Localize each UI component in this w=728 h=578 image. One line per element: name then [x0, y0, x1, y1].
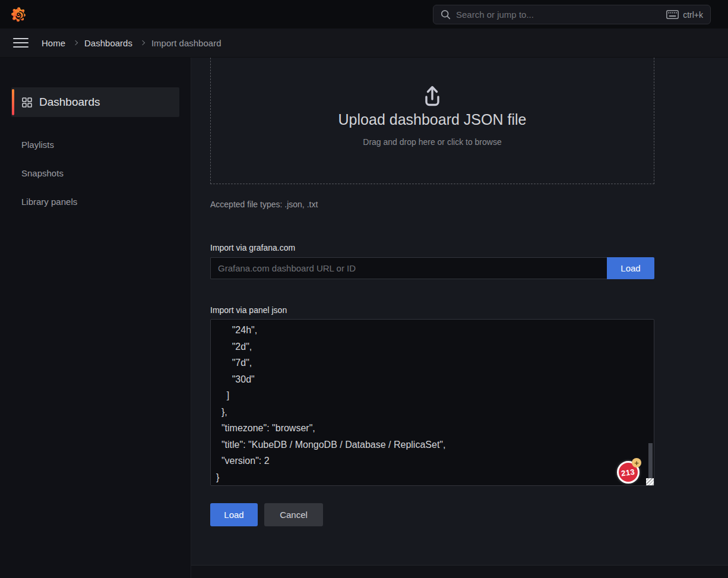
sidebar: Dashboards Playlists Snapshots Library p… — [0, 58, 191, 578]
search-icon — [441, 10, 451, 20]
upload-subtitle: Drag and drop here or click to browse — [363, 137, 501, 147]
gcom-url-input[interactable] — [210, 257, 607, 279]
sidebar-item-library-panels[interactable]: Library panels — [0, 187, 191, 216]
chevron-right-icon — [73, 40, 78, 45]
sidebar-item-snapshots[interactable]: Snapshots — [0, 159, 191, 187]
extension-badge-plus-icon: + — [632, 458, 641, 468]
panel-json-textarea[interactable]: "24h", "2d", "7d", "30d" ] }, "timezone"… — [210, 319, 654, 486]
sidebar-item-label: Dashboards — [39, 96, 100, 109]
breadcrumb-dashboards[interactable]: Dashboards — [84, 38, 132, 48]
breadcrumb-import-dashboard: Import dashboard — [151, 38, 221, 48]
import-panel-json-label: Import via panel json — [210, 305, 654, 315]
sidebar-item-dashboards[interactable]: Dashboards — [11, 87, 179, 117]
top-nav-bar: Search or jump to... — [0, 0, 728, 29]
page-background — [191, 566, 728, 578]
import-gcom-label: Import via grafana.com — [210, 243, 654, 252]
extension-badge-count: 213 — [621, 467, 635, 478]
active-accent-bar — [12, 89, 14, 115]
sidebar-item-playlists[interactable]: Playlists — [0, 130, 191, 159]
dashboards-grid-icon — [22, 97, 32, 108]
extension-count-badge: 213 + — [617, 461, 640, 484]
import-dashboard-page: Search or jump to... — [0, 0, 728, 578]
load-button[interactable]: Load — [210, 503, 258, 526]
panel-json-content: "24h", "2d", "7d", "30d" ] }, "timezone"… — [211, 320, 654, 485]
breadcrumb-bar: Home Dashboards Import dashboard — [0, 29, 728, 58]
search-placeholder: Search or jump to... — [456, 10, 666, 20]
search-shortcut-label: ctrl+k — [683, 10, 703, 20]
search-input[interactable]: Search or jump to... — [433, 5, 711, 24]
menu-toggle-icon[interactable] — [13, 38, 29, 48]
upload-dropzone[interactable]: Upload dashboard JSON file Drag and drop… — [210, 58, 654, 184]
gcom-load-button[interactable]: Load — [607, 257, 654, 279]
breadcrumb-home[interactable]: Home — [42, 38, 65, 48]
upload-icon — [419, 84, 445, 108]
sidebar-nav-list: Playlists Snapshots Library panels — [0, 130, 191, 216]
chevron-right-icon — [140, 40, 145, 45]
breadcrumb: Home Dashboards Import dashboard — [42, 38, 221, 48]
textarea-resize-handle[interactable] — [646, 478, 654, 485]
textarea-scrollbar[interactable] — [648, 443, 653, 480]
grafana-logo-icon[interactable] — [10, 5, 27, 23]
upload-title: Upload dashboard JSON file — [338, 111, 527, 128]
keyboard-icon — [666, 10, 679, 19]
search-shortcut: ctrl+k — [666, 10, 703, 20]
import-content-panel: Upload dashboard JSON file Drag and drop… — [191, 58, 728, 566]
accepted-file-types: Accepted file types: .json, .txt — [210, 200, 654, 209]
cancel-button[interactable]: Cancel — [264, 503, 323, 526]
